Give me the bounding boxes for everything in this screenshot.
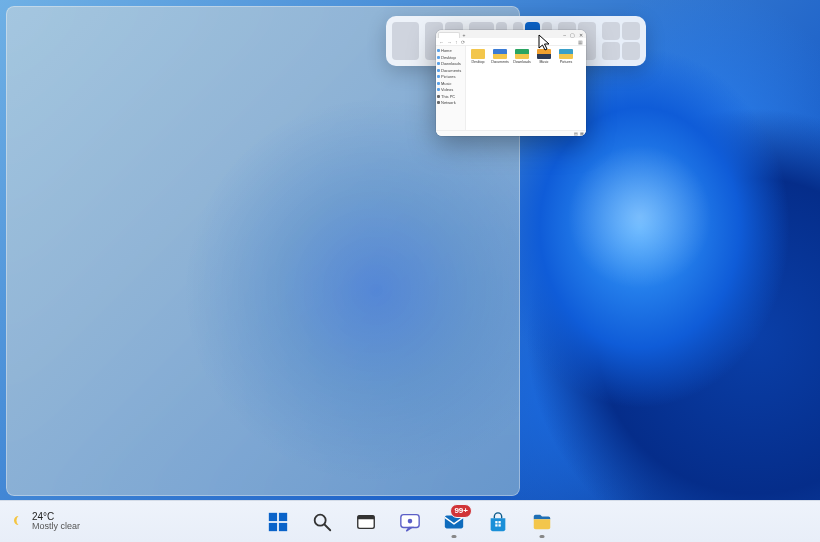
nav-item[interactable]: This PC xyxy=(437,94,464,99)
mail-button[interactable]: 99+ xyxy=(436,504,472,540)
chat-button[interactable] xyxy=(392,504,428,540)
folder-item[interactable]: Downloads xyxy=(513,49,531,64)
svg-rect-1 xyxy=(279,512,287,520)
start-button[interactable] xyxy=(260,504,296,540)
folder-icon xyxy=(493,49,507,59)
up-icon[interactable]: ↑ xyxy=(455,39,458,45)
explorer-nav-pane[interactable]: HomeDesktopDownloadsDocumentsPicturesMus… xyxy=(436,46,466,130)
weather-icon xyxy=(8,513,26,531)
nav-item-icon xyxy=(437,69,440,72)
minimize-icon[interactable]: – xyxy=(563,32,566,38)
svg-rect-2 xyxy=(269,522,277,530)
folder-item[interactable]: Desktop xyxy=(469,49,487,64)
nav-item[interactable]: Downloads xyxy=(437,61,464,66)
folder-item[interactable]: Music xyxy=(535,49,553,64)
file-explorer-window[interactable]: + – ▢ ✕ ← → ↑ ⟳ ▦ HomeDesktopDownloadsDo… xyxy=(436,30,586,136)
svg-rect-7 xyxy=(358,515,375,519)
nav-item-label: Downloads xyxy=(441,61,461,66)
svg-rect-11 xyxy=(495,521,497,523)
taskbar: 24°C Mostly clear xyxy=(0,500,820,542)
snap-layout-grid[interactable] xyxy=(602,22,640,60)
snap-cell[interactable] xyxy=(622,42,640,60)
search-icon xyxy=(311,511,333,533)
taskbar-weather-widget[interactable]: 24°C Mostly clear xyxy=(8,501,80,542)
refresh-icon[interactable]: ⟳ xyxy=(461,39,465,45)
snap-cell[interactable] xyxy=(392,22,419,60)
folder-label: Downloads xyxy=(513,60,531,64)
windows-logo-icon xyxy=(267,511,289,533)
search-button[interactable] xyxy=(304,504,340,540)
details-view-icon[interactable]: ▤ xyxy=(574,131,578,136)
view-icon[interactable]: ▦ xyxy=(578,39,583,45)
nav-item-label: Home xyxy=(441,48,452,53)
folder-label: Documents xyxy=(491,60,509,64)
folder-label: Pictures xyxy=(557,60,575,64)
svg-point-4 xyxy=(315,514,326,525)
folder-icon xyxy=(515,49,529,59)
file-explorer-button[interactable] xyxy=(524,504,560,540)
nav-item-label: Music xyxy=(441,81,451,86)
nav-item[interactable]: Pictures xyxy=(437,74,464,79)
svg-point-9 xyxy=(408,518,413,523)
running-indicator xyxy=(452,535,457,538)
folder-item[interactable]: Documents xyxy=(491,49,509,64)
mail-badge: 99+ xyxy=(450,504,472,518)
folder-label: Music xyxy=(535,60,553,64)
folder-icon xyxy=(537,49,551,59)
maximize-icon[interactable]: ▢ xyxy=(570,32,575,38)
nav-item-icon xyxy=(437,82,440,85)
snap-cell[interactable] xyxy=(622,22,640,40)
forward-icon[interactable]: → xyxy=(447,39,452,45)
nav-item[interactable]: Network xyxy=(437,100,464,105)
nav-item-icon xyxy=(437,88,440,91)
snap-layout-single[interactable] xyxy=(392,22,419,60)
weather-condition: Mostly clear xyxy=(32,522,80,532)
nav-item[interactable]: Desktop xyxy=(437,55,464,60)
store-icon xyxy=(487,511,509,533)
nav-item-label: Desktop xyxy=(441,55,456,60)
folder-item[interactable]: Pictures xyxy=(557,49,575,64)
nav-item-icon xyxy=(437,62,440,65)
nav-item-label: Videos xyxy=(441,87,453,92)
snap-cell[interactable] xyxy=(602,42,620,60)
nav-item[interactable]: Home xyxy=(437,48,464,53)
nav-item-label: Network xyxy=(441,100,456,105)
svg-rect-12 xyxy=(498,521,500,523)
folder-icon xyxy=(471,49,485,59)
taskbar-center: 99+ xyxy=(260,504,560,540)
explorer-content[interactable]: DesktopDocumentsDownloadsMusicPictures xyxy=(466,46,586,130)
store-button[interactable] xyxy=(480,504,516,540)
running-indicator xyxy=(540,535,545,538)
nav-item-icon xyxy=(437,49,440,52)
nav-item-icon xyxy=(437,56,440,59)
explorer-status-bar: ▤ ▦ xyxy=(436,130,586,136)
back-icon[interactable]: ← xyxy=(439,39,444,45)
folder-label: Desktop xyxy=(469,60,487,64)
task-view-button[interactable] xyxy=(348,504,384,540)
nav-item-icon xyxy=(437,95,440,98)
explorer-tabstrip: + – ▢ ✕ xyxy=(436,30,586,38)
svg-rect-3 xyxy=(279,522,287,530)
close-icon[interactable]: ✕ xyxy=(579,32,583,38)
chat-icon xyxy=(399,511,421,533)
nav-item[interactable]: Videos xyxy=(437,87,464,92)
snap-cell[interactable] xyxy=(602,22,620,40)
nav-item-icon xyxy=(437,101,440,104)
nav-item-label: Documents xyxy=(441,68,461,73)
svg-rect-14 xyxy=(498,524,500,526)
svg-rect-13 xyxy=(495,524,497,526)
nav-item-icon xyxy=(437,75,440,78)
nav-item[interactable]: Music xyxy=(437,81,464,86)
nav-item-label: This PC xyxy=(441,94,455,99)
nav-item[interactable]: Documents xyxy=(437,68,464,73)
svg-rect-0 xyxy=(269,512,277,520)
explorer-tab[interactable] xyxy=(438,32,460,38)
folder-icon xyxy=(559,49,573,59)
explorer-toolbar: ← → ↑ ⟳ ▦ xyxy=(436,38,586,46)
file-explorer-icon xyxy=(531,511,553,533)
task-view-icon xyxy=(355,511,377,533)
new-tab-button[interactable]: + xyxy=(461,32,467,38)
nav-item-label: Pictures xyxy=(441,74,455,79)
svg-line-5 xyxy=(325,524,331,530)
